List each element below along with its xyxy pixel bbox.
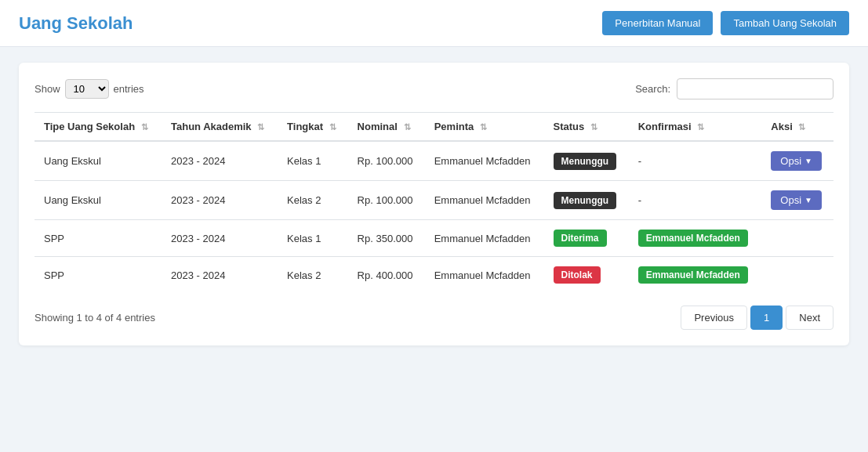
sort-icon-tahun: ⇅ — [257, 122, 264, 132]
cell-peminta: Emmanuel Mcfadden — [425, 181, 544, 220]
cell-tipe: SPP — [35, 257, 162, 294]
cell-aksi: Opsi ▼ — [761, 141, 833, 181]
col-tingkat[interactable]: Tingkat ⇅ — [278, 113, 348, 142]
cell-tipe: SPP — [35, 220, 162, 257]
page-title: Uang Sekolah — [19, 13, 133, 34]
table-row: SPP2023 - 2024Kelas 2Rp. 400.000Emmanuel… — [35, 257, 833, 294]
status-badge: Menunggu — [554, 153, 617, 170]
col-nominal[interactable]: Nominal ⇅ — [348, 113, 425, 142]
sort-icon-tingkat: ⇅ — [329, 122, 336, 132]
col-status[interactable]: Status ⇅ — [544, 113, 629, 142]
cell-nominal: Rp. 400.000 — [348, 257, 425, 294]
opsi-button[interactable]: Opsi ▼ — [771, 151, 822, 171]
previous-button[interactable]: Previous — [681, 306, 747, 330]
cell-nominal: Rp. 350.000 — [348, 220, 425, 257]
cell-konfirmasi: - — [629, 181, 762, 220]
search-input[interactable] — [677, 78, 833, 99]
konfirmasi-badge: Emmanuel Mcfadden — [638, 230, 748, 247]
col-konfirmasi[interactable]: Konfirmasi ⇅ — [629, 113, 762, 142]
konfirmasi-badge: Emmanuel Mcfadden — [638, 266, 748, 284]
status-badge: Diterima — [554, 230, 607, 247]
cell-tingkat: Kelas 2 — [278, 257, 348, 294]
sort-icon-tipe: ⇅ — [141, 122, 148, 132]
entries-label: entries — [114, 83, 144, 95]
sort-icon-konfirmasi: ⇅ — [697, 122, 704, 132]
cell-tipe: Uang Ekskul — [35, 181, 162, 220]
header-bar: Uang Sekolah Penerbitan Manual Tambah Ua… — [0, 0, 868, 47]
table-head: Tipe Uang Sekolah ⇅ Tahun Akademik ⇅ Tin… — [35, 113, 833, 142]
cell-tahun: 2023 - 2024 — [162, 220, 278, 257]
sort-icon-status: ⇅ — [590, 122, 597, 132]
caret-icon: ▼ — [804, 157, 812, 165]
cell-aksi — [761, 257, 833, 294]
sort-icon-aksi: ⇅ — [798, 122, 805, 132]
col-tipe[interactable]: Tipe Uang Sekolah ⇅ — [35, 113, 162, 142]
cell-tipe: Uang Ekskul — [35, 141, 162, 181]
show-label: Show — [35, 83, 60, 95]
cell-tahun: 2023 - 2024 — [162, 141, 278, 181]
table-footer: Showing 1 to 4 of 4 entries Previous 1 N… — [35, 306, 833, 330]
sort-icon-peminta: ⇅ — [480, 122, 487, 132]
sort-icon-nominal: ⇅ — [404, 122, 411, 132]
cell-status: Ditolak — [544, 257, 629, 294]
cell-konfirmasi: Emmanuel Mcfadden — [629, 220, 762, 257]
entries-select[interactable]: 10 25 50 100 — [65, 79, 109, 99]
cell-konfirmasi: - — [629, 141, 762, 181]
page-1-button[interactable]: 1 — [750, 306, 783, 330]
opsi-button[interactable]: Opsi ▼ — [771, 190, 822, 210]
cell-peminta: Emmanuel Mcfadden — [425, 257, 544, 294]
cell-peminta: Emmanuel Mcfadden — [425, 141, 544, 181]
data-table: Tipe Uang Sekolah ⇅ Tahun Akademik ⇅ Tin… — [35, 112, 833, 293]
table-row: SPP2023 - 2024Kelas 1Rp. 350.000Emmanuel… — [35, 220, 833, 257]
cell-peminta: Emmanuel Mcfadden — [425, 220, 544, 257]
caret-icon: ▼ — [804, 196, 812, 204]
tambah-uang-sekolah-button[interactable]: Tambah Uang Sekolah — [721, 11, 849, 35]
cell-konfirmasi: Emmanuel Mcfadden — [629, 257, 762, 294]
table-row: Uang Ekskul2023 - 2024Kelas 1Rp. 100.000… — [35, 141, 833, 181]
table-row: Uang Ekskul2023 - 2024Kelas 2Rp. 100.000… — [35, 181, 833, 220]
penerbitan-manual-button[interactable]: Penerbitan Manual — [602, 11, 713, 35]
table-body: Uang Ekskul2023 - 2024Kelas 1Rp. 100.000… — [35, 141, 833, 293]
col-tahun[interactable]: Tahun Akademik ⇅ — [162, 113, 278, 142]
next-button[interactable]: Next — [786, 306, 833, 330]
show-entries: Show 10 25 50 100 entries — [35, 79, 144, 99]
pagination: Previous 1 Next — [681, 306, 833, 330]
table-controls: Show 10 25 50 100 entries Search: — [35, 78, 833, 99]
cell-nominal: Rp. 100.000 — [348, 141, 425, 181]
cell-tahun: 2023 - 2024 — [162, 257, 278, 294]
status-badge: Ditolak — [554, 266, 601, 284]
status-badge: Menunggu — [554, 192, 617, 209]
col-aksi[interactable]: Aksi ⇅ — [761, 113, 833, 142]
cell-nominal: Rp. 100.000 — [348, 181, 425, 220]
cell-tingkat: Kelas 1 — [278, 141, 348, 181]
header-buttons: Penerbitan Manual Tambah Uang Sekolah — [602, 11, 849, 35]
cell-tingkat: Kelas 1 — [278, 220, 348, 257]
cell-tahun: 2023 - 2024 — [162, 181, 278, 220]
main-content: Show 10 25 50 100 entries Search: Tipe U… — [19, 63, 849, 345]
search-box: Search: — [635, 78, 833, 99]
search-label: Search: — [635, 83, 670, 95]
cell-tingkat: Kelas 2 — [278, 181, 348, 220]
cell-status: Diterima — [544, 220, 629, 257]
cell-aksi: Opsi ▼ — [761, 181, 833, 220]
cell-status: Menunggu — [544, 181, 629, 220]
cell-status: Menunggu — [544, 141, 629, 181]
col-peminta[interactable]: Peminta ⇅ — [425, 113, 544, 142]
cell-aksi — [761, 220, 833, 257]
showing-text: Showing 1 to 4 of 4 entries — [35, 312, 155, 324]
